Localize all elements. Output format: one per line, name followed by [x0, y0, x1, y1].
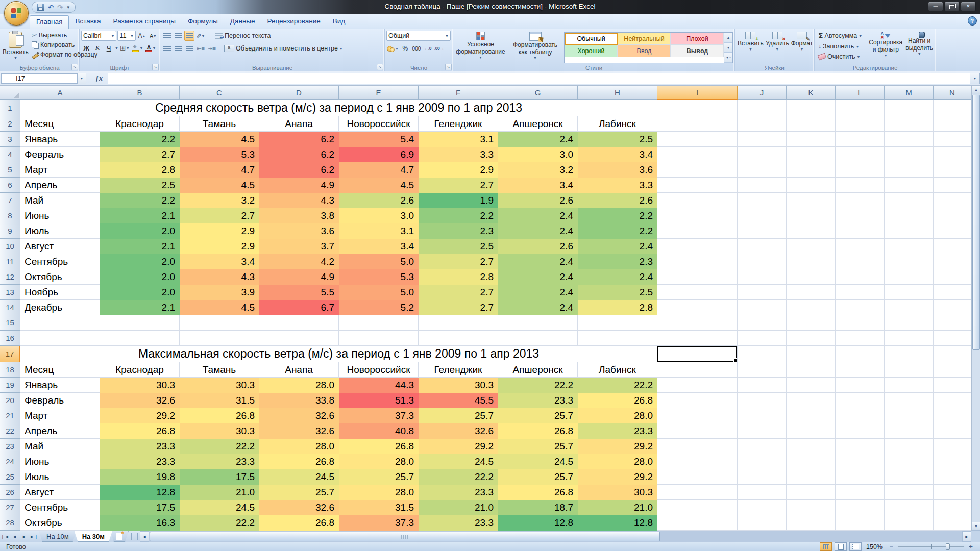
cell[interactable] — [657, 408, 738, 423]
month-cell[interactable]: Май — [20, 439, 100, 454]
data-cell[interactable]: 25.7 — [419, 408, 498, 423]
decrease-indent-button[interactable]: ⇤≡ — [195, 43, 206, 54]
cell[interactable] — [885, 423, 934, 439]
data-cell[interactable]: 2.1 — [100, 300, 180, 315]
ribbon-tab[interactable]: Разметка страницы — [107, 15, 182, 29]
cell[interactable] — [787, 485, 836, 500]
cell[interactable] — [657, 100, 738, 116]
accounting-format-button[interactable]: ▼ — [386, 43, 399, 54]
column-header-C[interactable]: C — [180, 86, 259, 100]
cell[interactable] — [787, 254, 836, 269]
header-cell[interactable]: Апшеронск — [498, 116, 578, 132]
borders-button[interactable]: ⊞▼ — [119, 43, 130, 53]
data-cell[interactable]: 2.2 — [100, 193, 180, 208]
cell[interactable] — [339, 315, 419, 331]
data-cell[interactable]: 19.8 — [100, 469, 180, 485]
data-cell[interactable]: 5.5 — [259, 285, 339, 300]
cell[interactable] — [836, 132, 885, 147]
row-header-28[interactable]: 28 — [0, 515, 20, 531]
cell[interactable] — [934, 362, 971, 378]
data-cell[interactable]: 4.9 — [259, 269, 339, 285]
cell[interactable] — [657, 208, 738, 223]
cell[interactable] — [180, 331, 259, 346]
cell[interactable] — [836, 100, 885, 116]
cell[interactable] — [657, 300, 738, 315]
cell[interactable] — [934, 208, 971, 223]
font-color-button[interactable]: A▼ — [145, 43, 157, 53]
data-cell[interactable]: 2.2 — [100, 132, 180, 147]
cell[interactable] — [787, 331, 836, 346]
data-cell[interactable]: 3.1 — [419, 132, 498, 147]
data-cell[interactable]: 2.3 — [419, 223, 498, 239]
conditional-formatting-button[interactable]: Условное форматирование▼ — [455, 31, 506, 63]
prev-sheet-icon[interactable]: ◄ — [10, 531, 19, 542]
data-cell[interactable]: 29.2 — [100, 408, 180, 423]
save-icon[interactable] — [37, 4, 44, 11]
header-cell[interactable]: Месяц — [20, 362, 100, 378]
row-header-13[interactable]: 13 — [0, 285, 20, 300]
data-cell[interactable]: 31.5 — [180, 393, 259, 408]
header-cell[interactable]: Анапа — [259, 116, 339, 132]
cell[interactable] — [934, 454, 971, 469]
cell[interactable] — [934, 469, 971, 485]
data-cell[interactable]: 45.5 — [419, 393, 498, 408]
data-cell[interactable]: 23.3 — [100, 454, 180, 469]
orientation-button[interactable]: ⇗▼ — [195, 31, 206, 41]
data-cell[interactable]: 2.4 — [498, 254, 578, 269]
cell[interactable] — [738, 439, 787, 454]
sort-filter-button[interactable]: АЯ Сортировка и фильтр▼ — [869, 31, 902, 63]
cell[interactable] — [836, 408, 885, 423]
cell[interactable] — [578, 315, 657, 331]
cell[interactable] — [934, 239, 971, 254]
row-header-6[interactable]: 6 — [0, 178, 20, 193]
month-cell[interactable]: Апрель — [20, 423, 100, 439]
data-cell[interactable]: 4.5 — [180, 178, 259, 193]
cell[interactable] — [934, 269, 971, 285]
cell[interactable] — [885, 178, 934, 193]
data-cell[interactable]: 26.8 — [259, 515, 339, 531]
name-box-dropdown-icon[interactable]: ▼ — [78, 73, 86, 84]
cell[interactable] — [885, 439, 934, 454]
cell[interactable] — [738, 378, 787, 393]
cell[interactable] — [738, 500, 787, 515]
column-header-A[interactable]: A — [20, 86, 100, 100]
cell[interactable] — [738, 331, 787, 346]
cell[interactable] — [738, 147, 787, 162]
cell[interactable] — [657, 515, 738, 531]
data-cell[interactable]: 3.6 — [578, 162, 657, 178]
cell[interactable] — [934, 300, 971, 315]
cell[interactable] — [836, 331, 885, 346]
cell[interactable] — [885, 116, 934, 132]
cell[interactable] — [787, 208, 836, 223]
cell[interactable] — [657, 239, 738, 254]
increase-indent-button[interactable]: ⇥≡ — [207, 43, 217, 54]
first-sheet-icon[interactable]: ❘◄ — [0, 531, 10, 542]
data-cell[interactable]: 25.7 — [498, 408, 578, 423]
cell[interactable] — [738, 454, 787, 469]
column-header-J[interactable]: J — [738, 86, 787, 100]
cell[interactable] — [836, 178, 885, 193]
ribbon-tab[interactable]: Рецензирование — [261, 15, 327, 29]
cell[interactable] — [657, 223, 738, 239]
cell[interactable] — [787, 147, 836, 162]
header-cell[interactable]: Геленджик — [419, 116, 498, 132]
percent-button[interactable]: % — [400, 43, 410, 54]
cell[interactable] — [787, 454, 836, 469]
grow-font-button[interactable]: A▲ — [137, 31, 147, 41]
header-cell[interactable]: Лабинск — [578, 116, 657, 132]
row-header-1[interactable]: 1 — [0, 100, 20, 116]
cell[interactable] — [787, 300, 836, 315]
cell[interactable] — [885, 132, 934, 147]
month-cell[interactable]: Декабрь — [20, 300, 100, 315]
table-title-cell[interactable]: Средняя скорость ветра (м/с) за период с… — [20, 100, 657, 116]
data-cell[interactable]: 2.8 — [100, 162, 180, 178]
data-cell[interactable]: 3.7 — [259, 239, 339, 254]
gallery-more-icon[interactable]: ▼≡ — [724, 53, 732, 63]
data-cell[interactable]: 24.5 — [180, 500, 259, 515]
row-header-2[interactable]: 2 — [0, 116, 20, 132]
data-cell[interactable]: 2.0 — [100, 285, 180, 300]
ribbon-tab[interactable]: Данные — [224, 15, 261, 29]
data-cell[interactable]: 2.8 — [419, 269, 498, 285]
data-cell[interactable]: 22.2 — [419, 469, 498, 485]
clear-button[interactable]: Очистить▼ — [816, 52, 867, 61]
